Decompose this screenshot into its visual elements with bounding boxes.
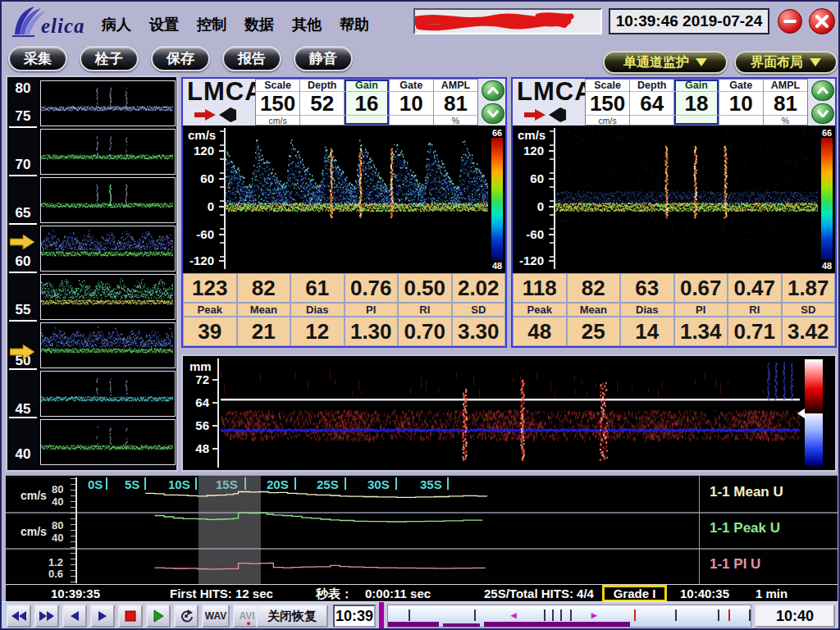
timeline-tick [474, 609, 476, 621]
param-down-button[interactable] [482, 103, 504, 124]
color-scale-bar: 66 48 [490, 127, 504, 272]
color-bar-marker-icon [797, 409, 805, 418]
depth-strip-row[interactable] [40, 322, 176, 368]
mmode-embolus-panel: mm 72 64 56 48 [181, 354, 837, 472]
timeline-tick [570, 609, 572, 621]
trend-panel: cm/s cm/s 80 40 80 40 1.2 0.6 0S 5S 10S … [6, 475, 838, 584]
color-scale-bar: 66 48 [819, 127, 834, 272]
param-gate[interactable]: Gate10 [390, 80, 434, 125]
emboli-button[interactable]: 栓子 [80, 46, 139, 71]
doppler-spectrogram: cm/s 120 60 0 -60 -120 66 48 [513, 126, 835, 273]
rewind-button[interactable] [7, 605, 31, 628]
timeline-end-time: 10:40 [755, 605, 835, 628]
depth-strip-row[interactable] [40, 274, 176, 320]
minimize-button[interactable] [778, 9, 802, 34]
depth-strip-row[interactable] [40, 129, 176, 175]
close-restore-button[interactable]: 关闭恢复 [256, 605, 328, 628]
timeline-track[interactable]: ◂▸ [387, 605, 751, 628]
param-ampl[interactable]: AMPL81% [764, 80, 807, 125]
fast-forward-button[interactable] [34, 605, 59, 628]
param-scale[interactable]: Scale150cm/s [586, 80, 630, 125]
fast-forward-icon [39, 610, 55, 622]
rewind-icon [11, 610, 27, 622]
stop-button[interactable] [118, 605, 143, 628]
step-back-button[interactable] [62, 605, 87, 628]
monitor-mode-dropdown[interactable]: 单通道监护 [603, 51, 728, 74]
close-button[interactable] [809, 8, 835, 34]
probe-direction-icon [194, 106, 240, 124]
timeline-tick [409, 609, 410, 621]
save-button[interactable]: 保存 [151, 46, 210, 71]
menu-item-data[interactable]: 数据 [244, 15, 274, 34]
chevron-down-icon [817, 110, 829, 117]
param-up-button[interactable] [482, 80, 504, 101]
menu-item-settings[interactable]: 设置 [149, 15, 179, 34]
channel-panel-2: LMCA Scale150cm/s Depth64 Gain18 Gate10 … [511, 77, 837, 348]
acquire-button[interactable]: 采集 [8, 46, 67, 71]
param-up-button[interactable] [811, 80, 834, 101]
chevron-down-icon [810, 58, 821, 66]
param-gate[interactable]: Gate10 [719, 80, 764, 125]
param-ampl[interactable]: AMPL81% [434, 80, 477, 125]
timeline-range-marker-icon[interactable]: ◂ [511, 609, 517, 621]
menu-item-help[interactable]: 帮助 [340, 15, 369, 34]
depth-strip-row[interactable] [40, 226, 176, 272]
depth-label: 55 [11, 302, 35, 318]
trend-unit: cm/s [21, 489, 47, 502]
timeline-tick [675, 609, 677, 621]
depth-label: 75 [11, 108, 35, 125]
param-down-button[interactable] [811, 103, 834, 124]
menu-item-control[interactable]: 控制 [197, 15, 226, 34]
depth-strip-row[interactable] [40, 177, 176, 223]
timeline-tick [749, 609, 751, 621]
timeline-start-time: 10:39 [333, 605, 376, 628]
parameter-grid: Scale150cm/s Depth64 Gain18 Gate10 AMPL8… [585, 79, 808, 126]
loop-button[interactable] [174, 605, 199, 628]
param-depth[interactable]: Depth64 [630, 80, 674, 125]
layout-label: 界面布局 [751, 54, 803, 71]
depth-label: 70 [11, 157, 35, 173]
close-icon [815, 15, 829, 28]
play-button[interactable] [146, 605, 171, 628]
report-button[interactable]: 报告 [222, 46, 281, 71]
timeline-recorded-segment [484, 622, 630, 627]
depth-strip-row[interactable] [40, 419, 176, 465]
menu-item-patient[interactable]: 病人 [102, 15, 131, 34]
depth-label: 60 [11, 253, 35, 270]
record-start-time: 10:39:35 [51, 587, 100, 600]
main-menu: 病人 设置 控制 数据 其他 帮助 [102, 15, 369, 34]
chevron-down-icon [487, 110, 499, 117]
param-gain[interactable]: Gain16 [345, 80, 389, 125]
param-depth[interactable]: Depth52 [300, 80, 345, 125]
playback-bar: WAV AVI 关闭恢复 10:39 ◂▸ 10:40 [2, 601, 838, 630]
toolbar: 采集 栓子 保存 报告 静音 [8, 46, 353, 71]
layout-dropdown[interactable]: 界面布局 [734, 51, 838, 74]
title-bar: elica 病人 设置 控制 数据 其他 帮助 10:39:46 2019-07… [2, 2, 838, 43]
timeline-range-marker-icon[interactable]: ▸ [591, 609, 597, 621]
depth-strip-row[interactable] [40, 80, 176, 126]
minimize-icon [783, 19, 797, 24]
param-scale[interactable]: Scale150cm/s [256, 80, 300, 125]
mmode-unit: mm [189, 359, 212, 373]
menu-item-other[interactable]: 其他 [292, 15, 322, 34]
step-forward-button[interactable] [90, 605, 115, 628]
delica-logo: elica [10, 5, 100, 39]
mute-button[interactable]: 静音 [294, 46, 353, 71]
vessel-label: LMCA [187, 77, 264, 107]
patient-name-field[interactable] [413, 8, 602, 34]
chevron-down-icon [696, 58, 707, 66]
logo-text: elica [41, 15, 85, 38]
param-gain[interactable]: Gain18 [674, 80, 719, 125]
spectrum-unit: cm/s [518, 128, 546, 142]
vessel-label: LMCA [517, 77, 594, 107]
trend-channel-label: 1-1 Mean U [710, 484, 783, 500]
depth-strip-row[interactable] [40, 371, 176, 417]
probe-direction-icon [524, 106, 570, 124]
app-window: elica 病人 设置 控制 数据 其他 帮助 10:39:46 2019-07… [0, 0, 840, 630]
wav-button[interactable]: WAV [202, 605, 230, 628]
redaction-scribble [415, 10, 600, 33]
grade-badge: Grade I [602, 585, 667, 602]
timeline-divider [379, 602, 384, 629]
loop-icon [179, 609, 194, 623]
depth-label: 80 [11, 80, 35, 97]
